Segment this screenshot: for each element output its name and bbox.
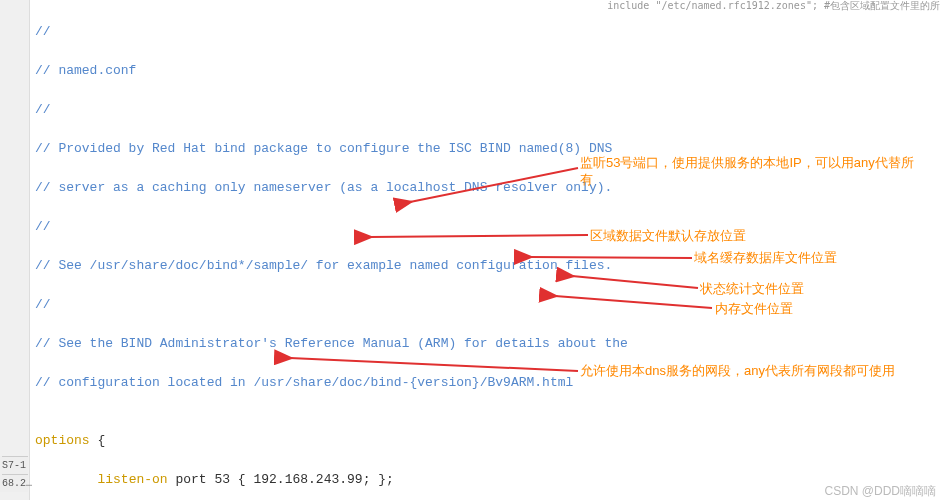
tabs-area: S7-1 68.2… (0, 456, 28, 492)
code-line: // See /usr/share/doc/bind*/sample/ for … (35, 256, 714, 276)
code-line: // named.conf (35, 61, 714, 81)
code-line: listen-on port 53 { 192.168.243.99; }; (35, 470, 714, 490)
code-line: // (35, 295, 714, 315)
annotation-listen: 监听53号端口，使用提供服务的本地IP，可以用any代替所有 (580, 155, 925, 189)
keyword-options: options (35, 433, 90, 448)
editor-area: include "/etc/named.rfc1912.zones"; #包含区… (0, 0, 944, 500)
code-line: // (35, 22, 714, 42)
annotation-dumpfile: 域名缓存数据库文件位置 (694, 250, 837, 267)
keyword-listen: listen-on (97, 472, 167, 487)
line-gutter (0, 0, 30, 500)
code-line: // See the BIND Administrator's Referenc… (35, 334, 714, 354)
annotation-allowquery: 允许使用本dns服务的网段，any代表所有网段都可使用 (580, 363, 930, 380)
tab-item[interactable]: 68.2… (2, 474, 28, 492)
annotation-memstats: 内存文件位置 (715, 301, 793, 318)
annotation-directory: 区域数据文件默认存放位置 (590, 228, 746, 245)
annotation-statistics: 状态统计文件位置 (700, 281, 804, 298)
code-line: options { (35, 431, 714, 451)
watermark: CSDN @DDD嘀嘀嘀 (824, 482, 936, 500)
code-line: // (35, 100, 714, 120)
tab-item[interactable]: S7-1 (2, 456, 28, 474)
code-block[interactable]: // // named.conf // // Provided by Red H… (35, 2, 714, 500)
